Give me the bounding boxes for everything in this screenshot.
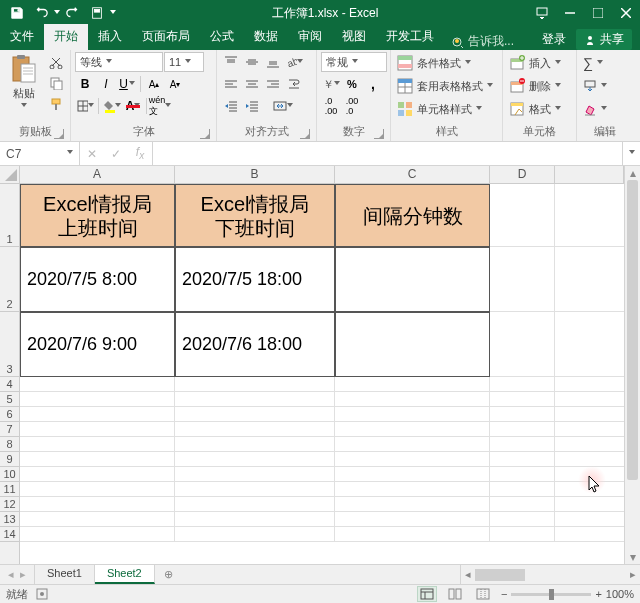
tab-formulas[interactable]: 公式	[200, 24, 244, 50]
formula-input[interactable]	[153, 142, 622, 165]
align-middle-icon[interactable]	[242, 52, 262, 72]
row-header-1[interactable]: 1	[0, 184, 19, 247]
ribbon-options-icon[interactable]	[528, 0, 556, 26]
number-format-combo[interactable]: 常规	[321, 52, 387, 72]
increase-decimal-icon[interactable]: .0.00	[321, 96, 341, 116]
underline-icon[interactable]: U	[117, 74, 137, 94]
cut-icon[interactable]	[46, 52, 66, 72]
number-launcher-icon[interactable]	[374, 129, 384, 139]
vertical-scrollbar[interactable]: ▴ ▾	[624, 166, 640, 564]
format-cells-button[interactable]: 格式	[507, 98, 572, 120]
accounting-format-icon[interactable]: ￥	[321, 74, 341, 94]
cell-A1[interactable]: Excel情报局上班时间	[20, 184, 175, 247]
format-painter-icon[interactable]	[46, 94, 66, 114]
font-size-combo[interactable]: 11	[164, 52, 204, 72]
phonetic-icon[interactable]: wén文	[150, 96, 170, 116]
sheet-tab-2[interactable]: Sheet2	[95, 565, 155, 584]
maximize-icon[interactable]	[584, 0, 612, 26]
fill-button[interactable]	[581, 75, 609, 97]
minimize-icon[interactable]	[556, 0, 584, 26]
decrease-decimal-icon[interactable]: .00.0	[342, 96, 362, 116]
tab-insert[interactable]: 插入	[88, 24, 132, 50]
row-header-5[interactable]: 5	[0, 392, 19, 407]
percent-icon[interactable]: %	[342, 74, 362, 94]
tab-page-layout[interactable]: 页面布局	[132, 24, 200, 50]
align-left-icon[interactable]	[221, 74, 241, 94]
bold-icon[interactable]: B	[75, 74, 95, 94]
borders-icon[interactable]	[75, 96, 95, 116]
cell-A2[interactable]: 2020/7/5 8:00	[20, 247, 175, 312]
sheet-nav[interactable]: ◂▸	[0, 565, 35, 584]
tab-file[interactable]: 文件	[0, 24, 44, 50]
delete-cells-button[interactable]: 删除	[507, 75, 572, 97]
save-icon[interactable]	[6, 2, 28, 24]
cell-A3[interactable]: 2020/7/6 9:00	[20, 312, 175, 377]
login-link[interactable]: 登录	[542, 31, 566, 48]
cell-C2[interactable]	[335, 247, 490, 312]
font-launcher-icon[interactable]	[200, 129, 210, 139]
row-headers[interactable]: 1234567891011121314	[0, 184, 20, 564]
share-button[interactable]: 共享	[576, 29, 632, 50]
merge-center-icon[interactable]	[263, 96, 303, 116]
zoom-control[interactable]: −+ 100%	[501, 588, 634, 600]
increase-font-icon[interactable]: A▴	[144, 74, 164, 94]
cell-B2[interactable]: 2020/7/5 18:00	[175, 247, 335, 312]
align-top-icon[interactable]	[221, 52, 241, 72]
cells-area[interactable]: Excel情报局上班时间Excel情报局下班时间间隔分钟数2020/7/5 8:…	[20, 184, 624, 564]
new-sheet-button[interactable]: ⊕	[155, 565, 183, 584]
expand-formula-bar-icon[interactable]	[622, 142, 640, 165]
clipboard-launcher-icon[interactable]	[54, 129, 64, 139]
horizontal-scrollbar[interactable]: ◂▸	[460, 565, 640, 584]
macro-record-icon[interactable]	[36, 588, 48, 600]
row-header-14[interactable]: 14	[0, 527, 19, 542]
redo-icon[interactable]	[62, 2, 84, 24]
touch-mode-icon[interactable]	[86, 2, 108, 24]
cell-B3[interactable]: 2020/7/6 18:00	[175, 312, 335, 377]
format-as-table-button[interactable]: 套用表格格式	[395, 75, 498, 97]
font-color-icon[interactable]: A	[123, 96, 143, 116]
row-header-8[interactable]: 8	[0, 437, 19, 452]
normal-view-icon[interactable]	[417, 586, 437, 602]
tab-developer[interactable]: 开发工具	[376, 24, 444, 50]
cell-C3[interactable]	[335, 312, 490, 377]
tell-me-search[interactable]: 告诉我...	[444, 33, 522, 50]
wrap-text-icon[interactable]	[284, 74, 304, 94]
clear-button[interactable]	[581, 98, 609, 120]
conditional-formatting-button[interactable]: 条件格式	[395, 52, 498, 74]
fx-icon[interactable]: fx	[128, 145, 152, 161]
paste-button[interactable]: 粘贴	[4, 52, 44, 112]
increase-indent-icon[interactable]	[242, 96, 262, 116]
close-icon[interactable]	[612, 0, 640, 26]
tab-home[interactable]: 开始	[44, 24, 88, 50]
col-header-B[interactable]: B	[175, 166, 335, 183]
undo-icon[interactable]	[30, 2, 52, 24]
align-right-icon[interactable]	[263, 74, 283, 94]
col-header-C[interactable]: C	[335, 166, 490, 183]
cell-styles-button[interactable]: 单元格样式	[395, 98, 498, 120]
column-headers[interactable]: ABCD	[20, 166, 624, 184]
row-header-4[interactable]: 4	[0, 377, 19, 392]
align-launcher-icon[interactable]	[300, 129, 310, 139]
italic-icon[interactable]: I	[96, 74, 116, 94]
insert-cells-button[interactable]: 插入	[507, 52, 572, 74]
row-header-13[interactable]: 13	[0, 512, 19, 527]
row-header-3[interactable]: 3	[0, 312, 19, 377]
decrease-font-icon[interactable]: A▾	[165, 74, 185, 94]
decrease-indent-icon[interactable]	[221, 96, 241, 116]
tab-view[interactable]: 视图	[332, 24, 376, 50]
sheet-tab-1[interactable]: Sheet1	[35, 565, 95, 584]
col-header-A[interactable]: A	[20, 166, 175, 183]
tab-review[interactable]: 审阅	[288, 24, 332, 50]
orientation-icon[interactable]: ab	[284, 52, 304, 72]
tab-data[interactable]: 数据	[244, 24, 288, 50]
page-layout-view-icon[interactable]	[445, 586, 465, 602]
row-header-7[interactable]: 7	[0, 422, 19, 437]
autosum-button[interactable]: ∑	[581, 52, 609, 74]
row-header-9[interactable]: 9	[0, 452, 19, 467]
row-header-10[interactable]: 10	[0, 467, 19, 482]
row-header-2[interactable]: 2	[0, 247, 19, 312]
fill-color-icon[interactable]	[102, 96, 122, 116]
comma-icon[interactable]: ,	[363, 74, 383, 94]
name-box[interactable]: C7	[0, 142, 80, 165]
cell-B1[interactable]: Excel情报局下班时间	[175, 184, 335, 247]
